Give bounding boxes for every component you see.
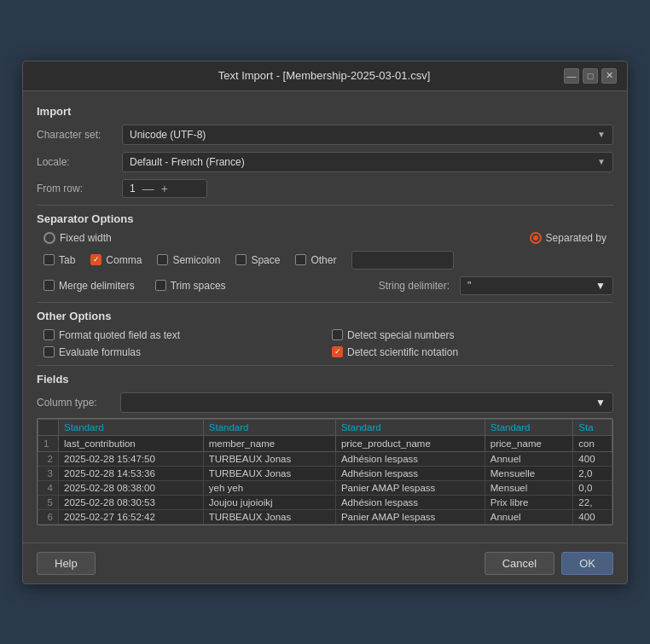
separator-line [37, 205, 613, 206]
cell-col4: Mensuelle [485, 466, 573, 480]
cell-col1: 2025-02-28 15:47:50 [59, 451, 204, 466]
data-table: Standard Standard Standard Standard Sta … [38, 419, 612, 525]
tab-label: Tab [59, 254, 75, 266]
row-number: 4 [38, 480, 59, 495]
row-num-col-header: 1 [38, 435, 59, 451]
row-number: 5 [38, 495, 59, 509]
evaluate-formulas-label: Evaluate formulas [59, 346, 141, 358]
separated-by-radio[interactable]: Separated by [530, 232, 606, 244]
cell-col2: TURBEAUX Jonas [203, 509, 335, 524]
cell-col5: 400 [573, 509, 612, 524]
string-delimiter-label: String delimiter: [379, 280, 450, 292]
other-label: Other [310, 254, 336, 266]
help-button[interactable]: Help [37, 552, 96, 575]
cell-col3: Adhésion lespass [335, 495, 485, 509]
merge-delimiters-checkbox-box [44, 280, 55, 291]
cell-col2: TURBEAUX Jonas [203, 466, 335, 480]
spin-increase-button[interactable]: + [161, 183, 168, 194]
close-button[interactable]: ✕ [601, 68, 617, 84]
ok-button[interactable]: OK [561, 552, 613, 575]
cell-col1: 2025-02-28 14:53:36 [59, 466, 204, 480]
maximize-button[interactable]: □ [583, 68, 598, 84]
comma-checkbox-box [90, 254, 102, 265]
space-label: Space [251, 254, 280, 266]
chevron-down-icon: ▼ [597, 130, 606, 139]
other-text-input[interactable] [351, 251, 454, 270]
tab-checkbox-box [44, 254, 55, 265]
detect-special-checkbox[interactable]: Detect special numbers [332, 329, 613, 341]
cell-col4: Mensuel [485, 480, 573, 495]
window-controls: — □ ✕ [564, 68, 617, 84]
column-type-row: Column type: ▼ [37, 392, 613, 413]
space-checkbox[interactable]: Space [235, 254, 280, 266]
cell-col2: Joujou jujoioikj [203, 495, 335, 509]
trim-spaces-checkbox[interactable]: Trim spaces [155, 280, 226, 292]
row-number: 3 [38, 466, 59, 480]
chevron-down-icon: ▼ [595, 280, 606, 292]
fixed-width-radio[interactable]: Fixed width [44, 232, 112, 244]
other-checkbox-box [295, 254, 306, 265]
trim-spaces-label: Trim spaces [171, 280, 226, 292]
spin-decrease-button[interactable]: — [142, 183, 154, 194]
cancel-button[interactable]: Cancel [485, 552, 554, 575]
from-row-label: From row: [37, 183, 122, 194]
table-row: 62025-02-27 16:52:42TURBEAUX JonasPanier… [38, 509, 612, 524]
table-type-row: Standard Standard Standard Standard Sta [38, 419, 612, 435]
semicolon-checkbox[interactable]: Semicolon [157, 254, 220, 266]
separator-line-3 [37, 365, 613, 366]
detect-scientific-checkbox-box [332, 346, 343, 357]
cell-col5: 22, [573, 495, 612, 509]
text-import-dialog: Text Import - [Membership-2025-03-01.csv… [22, 61, 628, 584]
evaluate-formulas-checkbox-box [44, 346, 55, 357]
table-body: 22025-02-28 15:47:50TURBEAUX JonasAdhési… [38, 451, 612, 524]
cell-col4: Prix libre [485, 495, 573, 509]
col-type-2: Standard [203, 419, 335, 435]
chevron-down-icon: ▼ [597, 157, 606, 166]
separated-by-radio-circle [530, 232, 542, 244]
detect-scientific-checkbox[interactable]: Detect scientific notation [332, 346, 613, 358]
comma-checkbox[interactable]: Comma [90, 254, 142, 266]
tab-checkbox[interactable]: Tab [44, 254, 75, 266]
table-row: 42025-02-28 08:38:00yeh yehPanier AMAP l… [38, 480, 612, 495]
cell-col1: 2025-02-28 08:38:00 [59, 480, 204, 495]
locale-row: Locale: Default - French (France) ▼ [37, 152, 613, 172]
col-name-4: price_name [485, 435, 573, 451]
character-set-row: Character set: Unicode (UTF-8) ▼ [37, 125, 613, 145]
from-row-row: From row: 1 — + [37, 179, 613, 198]
separated-by-label: Separated by [546, 232, 606, 244]
column-type-label: Column type: [37, 397, 113, 409]
col-name-1: last_contribution [59, 435, 204, 451]
separator-checkboxes-row: Tab Comma Semicolon Space Other [44, 251, 613, 270]
locale-select[interactable]: Default - French (France) ▼ [122, 152, 613, 172]
column-type-select[interactable]: ▼ [120, 392, 613, 413]
minimize-button[interactable]: — [564, 68, 579, 84]
space-checkbox-box [235, 254, 247, 265]
string-delimiter-select[interactable]: " ▼ [460, 276, 613, 295]
detect-scientific-label: Detect scientific notation [347, 346, 458, 358]
col-type-1: Standard [59, 419, 204, 435]
merge-delimiters-checkbox[interactable]: Merge delimiters [44, 280, 135, 292]
evaluate-formulas-checkbox[interactable]: Evaluate formulas [44, 346, 325, 358]
separator-line-2 [37, 302, 613, 303]
separator-options-title: Separator Options [37, 212, 613, 225]
cell-col3: Adhésion lespass [335, 466, 485, 480]
dialog-footer: Help Cancel OK [23, 542, 627, 583]
from-row-spinbox[interactable]: 1 — + [122, 179, 207, 198]
title-bar: Text Import - [Membership-2025-03-01.csv… [23, 61, 627, 91]
format-quoted-checkbox[interactable]: Format quoted field as text [44, 329, 325, 341]
detect-special-checkbox-box [332, 329, 343, 340]
fixed-width-label: Fixed width [60, 232, 112, 244]
table-row: 22025-02-28 15:47:50TURBEAUX JonasAdhési… [38, 451, 612, 466]
cell-col4: Annuel [485, 451, 573, 466]
character-set-select[interactable]: Unicode (UTF-8) ▼ [122, 125, 613, 145]
character-set-label: Character set: [37, 129, 122, 141]
col-name-5: con [573, 435, 612, 451]
col-name-3: price_product_name [335, 435, 485, 451]
cell-col3: Adhésion lespass [335, 451, 485, 466]
row-number: 2 [38, 451, 59, 466]
locale-label: Locale: [37, 156, 122, 168]
other-options-grid: Format quoted field as text Detect speci… [44, 329, 613, 358]
table-row: 52025-02-28 08:30:53Joujou jujoioikjAdhé… [38, 495, 612, 509]
other-checkbox[interactable]: Other [295, 254, 336, 266]
cell-col5: 400 [573, 451, 612, 466]
